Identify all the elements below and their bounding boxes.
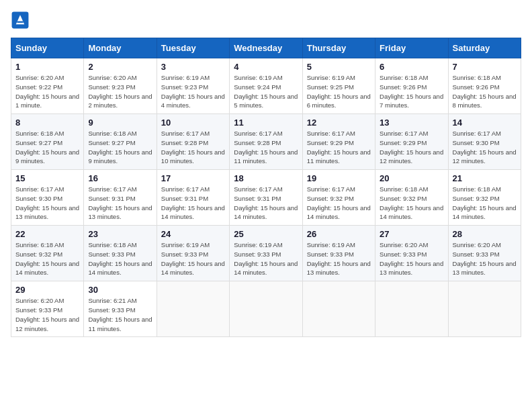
weekday-header-thursday: Thursday: [302, 38, 375, 58]
day-info: Sunrise: 6:17 AMSunset: 9:29 PMDaylight:…: [380, 129, 443, 166]
day-number: 22: [15, 229, 79, 239]
day-number: 3: [161, 62, 225, 72]
calendar-cell: 15 Sunrise: 6:17 AMSunset: 9:30 PMDaylig…: [11, 170, 84, 226]
calendar-week-row: 29 Sunrise: 6:20 AMSunset: 9:33 PMDaylig…: [11, 281, 521, 337]
calendar-cell: 23 Sunrise: 6:18 AMSunset: 9:33 PMDaylig…: [84, 226, 157, 281]
calendar-cell: 9 Sunrise: 6:18 AMSunset: 9:27 PMDayligh…: [84, 114, 157, 170]
day-number: 4: [234, 62, 298, 72]
calendar-cell: 7 Sunrise: 6:18 AMSunset: 9:26 PMDayligh…: [448, 58, 521, 114]
calendar-week-row: 8 Sunrise: 6:18 AMSunset: 9:27 PMDayligh…: [11, 114, 521, 170]
page-header: [11, 11, 521, 30]
logo: [11, 11, 32, 30]
day-number: 11: [234, 118, 298, 128]
day-info: Sunrise: 6:17 AMSunset: 9:30 PMDaylight:…: [15, 185, 79, 222]
logo-icon: [11, 11, 30, 30]
day-info: Sunrise: 6:18 AMSunset: 9:32 PMDaylight:…: [453, 185, 517, 222]
day-number: 18: [234, 173, 298, 183]
calendar-cell: 24 Sunrise: 6:19 AMSunset: 9:33 PMDaylig…: [157, 226, 229, 281]
calendar-cell: 2 Sunrise: 6:20 AMSunset: 9:23 PMDayligh…: [84, 58, 157, 114]
day-info: Sunrise: 6:19 AMSunset: 9:24 PMDaylight:…: [234, 73, 298, 110]
calendar-cell: 30 Sunrise: 6:21 AMSunset: 9:33 PMDaylig…: [84, 281, 157, 337]
day-info: Sunrise: 6:20 AMSunset: 9:22 PMDaylight:…: [15, 73, 79, 110]
day-info: Sunrise: 6:18 AMSunset: 9:32 PMDaylight:…: [380, 185, 443, 222]
day-number: 29: [15, 285, 79, 295]
day-info: Sunrise: 6:17 AMSunset: 9:32 PMDaylight:…: [307, 185, 371, 222]
day-number: 9: [88, 118, 152, 128]
day-info: Sunrise: 6:17 AMSunset: 9:31 PMDaylight:…: [161, 185, 225, 222]
day-number: 2: [88, 62, 152, 72]
calendar-cell: 19 Sunrise: 6:17 AMSunset: 9:32 PMDaylig…: [302, 170, 375, 226]
day-info: Sunrise: 6:18 AMSunset: 9:32 PMDaylight:…: [15, 240, 79, 277]
calendar-week-row: 22 Sunrise: 6:18 AMSunset: 9:32 PMDaylig…: [11, 226, 521, 281]
day-info: Sunrise: 6:20 AMSunset: 9:33 PMDaylight:…: [380, 240, 443, 277]
day-number: 6: [380, 62, 443, 72]
calendar-cell: 1 Sunrise: 6:20 AMSunset: 9:22 PMDayligh…: [11, 58, 84, 114]
calendar-cell: 27 Sunrise: 6:20 AMSunset: 9:33 PMDaylig…: [375, 226, 448, 281]
calendar-cell: 22 Sunrise: 6:18 AMSunset: 9:32 PMDaylig…: [11, 226, 84, 281]
weekday-header-tuesday: Tuesday: [157, 38, 229, 58]
calendar-week-row: 1 Sunrise: 6:20 AMSunset: 9:22 PMDayligh…: [11, 58, 521, 114]
weekday-header-wednesday: Wednesday: [230, 38, 302, 58]
day-info: Sunrise: 6:19 AMSunset: 9:23 PMDaylight:…: [161, 73, 225, 110]
calendar-cell: 20 Sunrise: 6:18 AMSunset: 9:32 PMDaylig…: [375, 170, 448, 226]
day-info: Sunrise: 6:18 AMSunset: 9:27 PMDaylight:…: [88, 129, 152, 166]
day-number: 17: [161, 173, 225, 183]
calendar-cell: [448, 281, 521, 337]
calendar-cell: [302, 281, 375, 337]
day-number: 26: [307, 229, 371, 239]
calendar-cell: [375, 281, 448, 337]
day-info: Sunrise: 6:17 AMSunset: 9:31 PMDaylight:…: [88, 185, 152, 222]
day-number: 19: [307, 173, 371, 183]
weekday-header-saturday: Saturday: [448, 38, 521, 58]
calendar-cell: 10 Sunrise: 6:17 AMSunset: 9:28 PMDaylig…: [157, 114, 229, 170]
calendar-cell: 16 Sunrise: 6:17 AMSunset: 9:31 PMDaylig…: [84, 170, 157, 226]
calendar-cell: 3 Sunrise: 6:19 AMSunset: 9:23 PMDayligh…: [157, 58, 229, 114]
day-info: Sunrise: 6:20 AMSunset: 9:33 PMDaylight:…: [453, 240, 517, 277]
day-number: 25: [234, 229, 298, 239]
calendar-cell: 11 Sunrise: 6:17 AMSunset: 9:28 PMDaylig…: [230, 114, 302, 170]
calendar-cell: 6 Sunrise: 6:18 AMSunset: 9:26 PMDayligh…: [375, 58, 448, 114]
day-number: 7: [453, 62, 517, 72]
day-info: Sunrise: 6:19 AMSunset: 9:33 PMDaylight:…: [307, 240, 371, 277]
calendar-cell: 8 Sunrise: 6:18 AMSunset: 9:27 PMDayligh…: [11, 114, 84, 170]
day-info: Sunrise: 6:20 AMSunset: 9:33 PMDaylight:…: [15, 296, 79, 333]
day-info: Sunrise: 6:17 AMSunset: 9:30 PMDaylight:…: [453, 129, 517, 166]
day-info: Sunrise: 6:18 AMSunset: 9:27 PMDaylight:…: [15, 129, 79, 166]
calendar-cell: 21 Sunrise: 6:18 AMSunset: 9:32 PMDaylig…: [448, 170, 521, 226]
calendar-cell: 4 Sunrise: 6:19 AMSunset: 9:24 PMDayligh…: [230, 58, 302, 114]
weekday-header-monday: Monday: [84, 38, 157, 58]
day-info: Sunrise: 6:17 AMSunset: 9:31 PMDaylight:…: [234, 185, 298, 222]
day-number: 16: [88, 173, 152, 183]
day-info: Sunrise: 6:19 AMSunset: 9:33 PMDaylight:…: [161, 240, 225, 277]
day-info: Sunrise: 6:17 AMSunset: 9:29 PMDaylight:…: [307, 129, 371, 166]
day-number: 23: [88, 229, 152, 239]
day-number: 24: [161, 229, 225, 239]
day-info: Sunrise: 6:19 AMSunset: 9:25 PMDaylight:…: [307, 73, 371, 110]
day-info: Sunrise: 6:17 AMSunset: 9:28 PMDaylight:…: [234, 129, 298, 166]
day-number: 8: [15, 118, 79, 128]
day-number: 1: [15, 62, 79, 72]
day-number: 28: [453, 229, 517, 239]
day-number: 14: [453, 118, 517, 128]
calendar-cell: 13 Sunrise: 6:17 AMSunset: 9:29 PMDaylig…: [375, 114, 448, 170]
calendar-cell: 17 Sunrise: 6:17 AMSunset: 9:31 PMDaylig…: [157, 170, 229, 226]
day-info: Sunrise: 6:19 AMSunset: 9:33 PMDaylight:…: [234, 240, 298, 277]
day-number: 27: [380, 229, 443, 239]
day-info: Sunrise: 6:17 AMSunset: 9:28 PMDaylight:…: [161, 129, 225, 166]
calendar-cell: 18 Sunrise: 6:17 AMSunset: 9:31 PMDaylig…: [230, 170, 302, 226]
day-info: Sunrise: 6:18 AMSunset: 9:26 PMDaylight:…: [380, 73, 443, 110]
day-number: 5: [307, 62, 371, 72]
day-number: 13: [380, 118, 443, 128]
calendar-cell: 26 Sunrise: 6:19 AMSunset: 9:33 PMDaylig…: [302, 226, 375, 281]
day-number: 15: [15, 173, 79, 183]
day-info: Sunrise: 6:18 AMSunset: 9:33 PMDaylight:…: [88, 240, 152, 277]
calendar-cell: 29 Sunrise: 6:20 AMSunset: 9:33 PMDaylig…: [11, 281, 84, 337]
day-info: Sunrise: 6:20 AMSunset: 9:23 PMDaylight:…: [88, 73, 152, 110]
calendar-body: 1 Sunrise: 6:20 AMSunset: 9:22 PMDayligh…: [11, 58, 521, 337]
day-number: 20: [380, 173, 443, 183]
calendar-cell: 14 Sunrise: 6:17 AMSunset: 9:30 PMDaylig…: [448, 114, 521, 170]
weekday-header-friday: Friday: [375, 38, 448, 58]
calendar-week-row: 15 Sunrise: 6:17 AMSunset: 9:30 PMDaylig…: [11, 170, 521, 226]
calendar-cell: [230, 281, 302, 337]
calendar-cell: 28 Sunrise: 6:20 AMSunset: 9:33 PMDaylig…: [448, 226, 521, 281]
